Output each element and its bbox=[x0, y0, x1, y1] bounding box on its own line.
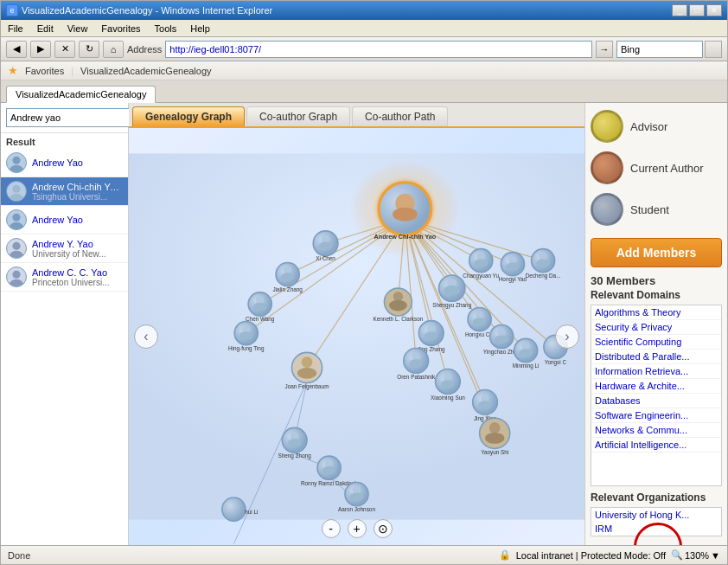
tab-coauthor-path[interactable]: Co-author Path bbox=[352, 106, 448, 126]
org-item[interactable]: University of Hong K... bbox=[591, 508, 721, 522]
svg-point-69 bbox=[350, 492, 364, 501]
browser-tab-label: VisualizedAcademicGenealogy bbox=[16, 89, 146, 100]
svg-text:Hing-fung Ting: Hing-fung Ting bbox=[228, 345, 265, 352]
result-item[interactable]: Andrew Chi-chih Ya... Tsinghua Universi.… bbox=[1, 177, 128, 206]
domain-item[interactable]: Scientific Computing bbox=[591, 335, 721, 350]
domain-item[interactable]: Databases bbox=[591, 394, 721, 408]
svg-point-6 bbox=[12, 242, 20, 250]
menu-help[interactable]: Help bbox=[187, 22, 214, 35]
svg-point-45 bbox=[281, 273, 295, 282]
window-controls[interactable]: _ □ ✕ bbox=[672, 4, 722, 16]
back-btn[interactable]: ◀ bbox=[6, 41, 27, 58]
search-input[interactable] bbox=[6, 108, 134, 127]
graph-tabs: Genealogy Graph Co-author Graph Co-autho… bbox=[129, 103, 584, 128]
menu-favorites[interactable]: Favorites bbox=[98, 22, 144, 35]
zoom-out-btn[interactable]: - bbox=[322, 519, 341, 538]
svg-point-8 bbox=[12, 271, 20, 279]
domain-item[interactable]: Networks & Commu... bbox=[591, 423, 721, 438]
domain-item[interactable]: Security & Privacy bbox=[591, 320, 721, 335]
result-item[interactable]: Andrew C. C. Yao Princeton Universi... bbox=[1, 263, 128, 292]
domain-item[interactable]: Distributed & Paralle... bbox=[591, 350, 721, 364]
person-node-jing-xiao[interactable]: Jing Xiao bbox=[473, 389, 498, 421]
maximize-btn[interactable]: □ bbox=[689, 4, 705, 16]
go-btn[interactable]: → bbox=[596, 41, 613, 58]
status-security: Local intranet | Protected Mode: Off bbox=[516, 550, 666, 561]
title-bar: e VisualizedAcademicGenealogy - Windows … bbox=[1, 1, 727, 20]
svg-point-91 bbox=[389, 300, 407, 311]
result-item[interactable]: Andrew Yao bbox=[1, 206, 128, 234]
legend-student: Student bbox=[591, 193, 722, 226]
forward-btn[interactable]: ▶ bbox=[30, 41, 51, 58]
search-section: 🔍 bbox=[1, 103, 128, 133]
app-content: 🔍 Result Andrew Yao bbox=[1, 103, 727, 545]
favorites-bar: ★ Favorites | VisualizedAcademicGenealog… bbox=[1, 61, 727, 80]
stop-btn[interactable]: ✕ bbox=[54, 41, 75, 58]
domain-item[interactable]: Artificial Intelligence... bbox=[591, 438, 721, 453]
zoom-controls: - + ⊙ bbox=[322, 519, 393, 538]
svg-text:Oren Patashnik: Oren Patashnik bbox=[397, 374, 436, 380]
address-input[interactable] bbox=[165, 41, 592, 58]
advisor-icon bbox=[591, 110, 623, 143]
result-name: Andrew Y. Yao bbox=[32, 239, 123, 249]
minimize-btn[interactable]: _ bbox=[672, 4, 687, 16]
svg-point-87 bbox=[444, 286, 460, 295]
search-btn-toolbar[interactable] bbox=[705, 41, 722, 58]
menu-view[interactable]: View bbox=[64, 22, 92, 35]
status-text: Done bbox=[8, 550, 30, 561]
orgs-label: Relevant Organizations bbox=[591, 491, 722, 504]
person-node-hongyi[interactable]: Hongyi Yao bbox=[499, 253, 527, 284]
home-btn[interactable]: ⌂ bbox=[103, 41, 124, 58]
svg-text:hui Li: hui Li bbox=[245, 509, 258, 515]
next-arrow[interactable]: › bbox=[555, 324, 579, 349]
svg-point-113 bbox=[409, 359, 423, 368]
svg-point-99 bbox=[495, 335, 508, 343]
result-name: Andrew Chi-chih Ya... bbox=[32, 182, 123, 192]
svg-text:Decheng Da...: Decheng Da... bbox=[526, 273, 561, 279]
zoom-in-btn[interactable]: + bbox=[348, 519, 367, 538]
svg-point-125 bbox=[485, 433, 504, 444]
svg-point-103 bbox=[519, 349, 533, 357]
domain-item[interactable]: Hardware & Archite... bbox=[591, 379, 721, 394]
person-node-jing-zhang[interactable]: Jing Zhang bbox=[418, 321, 445, 353]
result-text: Andrew Yao bbox=[32, 157, 123, 168]
svg-point-7 bbox=[10, 251, 24, 259]
svg-point-37 bbox=[393, 208, 418, 222]
result-item[interactable]: Andrew Yao bbox=[1, 149, 128, 177]
tab-genealogy-graph[interactable]: Genealogy Graph bbox=[132, 106, 245, 126]
search-bar-toolbar bbox=[616, 41, 722, 58]
menu-file[interactable]: File bbox=[4, 22, 27, 35]
person-node-minming[interactable]: Minming Li bbox=[513, 338, 540, 369]
domain-item[interactable]: Algorithms & Theory bbox=[591, 305, 721, 320]
org-item[interactable]: IRM bbox=[591, 522, 721, 536]
person-node-yaoyun[interactable]: Yaoyun Shi bbox=[480, 418, 510, 456]
svg-point-71 bbox=[222, 498, 246, 521]
zoom-fit-btn[interactable]: ⊙ bbox=[374, 519, 393, 538]
student-label: Student bbox=[630, 203, 669, 216]
tab-coauthor-graph[interactable]: Co-author Graph bbox=[246, 106, 350, 126]
search-input-toolbar[interactable] bbox=[616, 41, 703, 58]
domains-label: Relevant Domains bbox=[591, 289, 722, 301]
add-members-button[interactable]: Add Members bbox=[591, 238, 722, 267]
fav-genealogy[interactable]: VisualizedAcademicGenealogy bbox=[80, 66, 211, 76]
favorites-label[interactable]: Favorites bbox=[25, 66, 64, 76]
svg-text:Joan Feigenbaum: Joan Feigenbaum bbox=[284, 383, 329, 390]
domain-item[interactable]: Software Engineerin... bbox=[591, 408, 721, 423]
svg-text:Kenneth L. Clarkson: Kenneth L. Clarkson bbox=[374, 316, 424, 322]
menu-bar: File Edit View Favorites Tools Help bbox=[1, 20, 727, 37]
svg-text:Andrew Chi-chih Yao: Andrew Chi-chih Yao bbox=[374, 234, 437, 241]
result-text: Andrew C. C. Yao Princeton Universi... bbox=[32, 267, 123, 287]
menu-tools[interactable]: Tools bbox=[151, 22, 181, 35]
domain-item[interactable]: Information Retrieva... bbox=[591, 364, 721, 379]
domains-list: Algorithms & Theory Security & Privacy S… bbox=[591, 305, 722, 486]
orgs-list: University of Hong K... IRM bbox=[591, 507, 722, 536]
person-node-xi-chen[interactable]: Xi Chen bbox=[313, 231, 338, 261]
svg-point-124 bbox=[489, 422, 501, 433]
zoom-dropdown-icon[interactable]: ▼ bbox=[711, 550, 720, 561]
close-btn[interactable]: ✕ bbox=[706, 4, 722, 16]
result-item[interactable]: Andrew Y. Yao University of New... bbox=[1, 234, 128, 263]
menu-edit[interactable]: Edit bbox=[34, 22, 57, 35]
refresh-btn[interactable]: ↻ bbox=[79, 41, 99, 58]
browser-tab-main[interactable]: VisualizedAcademicGenealogy bbox=[6, 86, 156, 103]
result-name: Andrew Yao bbox=[32, 215, 123, 225]
prev-arrow[interactable]: ‹ bbox=[134, 324, 158, 349]
